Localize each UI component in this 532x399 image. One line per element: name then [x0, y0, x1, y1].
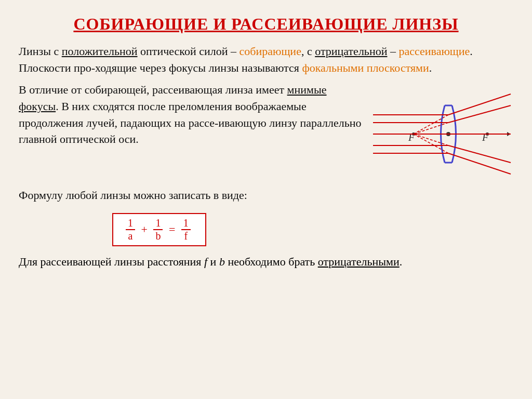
para4-dot: .	[400, 255, 403, 268]
formula-box: 1 a + 1 b = 1 f	[112, 213, 206, 246]
svg-line-22	[448, 153, 511, 174]
para1-text4: –	[387, 45, 398, 58]
para2-col: В отличие от собирающей, рассеивающая ли…	[19, 82, 363, 153]
para1-orange1: собирающие	[239, 45, 301, 58]
frac-2-num: 1	[153, 217, 163, 230]
slide-title: СОБИРАЮЩИЕ И РАССЕИВАЮЩИЕ ЛИНЗЫ	[19, 15, 513, 34]
frac-3: 1 f	[181, 217, 191, 242]
para1-orange3: фокальными плоскостями	[302, 61, 429, 74]
main-row: В отличие от собирающей, рассеивающая ли…	[19, 82, 513, 187]
paragraph-4: Для рассеивающей линзы расстояния f и b …	[19, 254, 513, 270]
para4-underline: отрицательными	[318, 255, 400, 268]
para1-underline2: отрицательной	[315, 45, 387, 58]
frac-1-den: a	[126, 230, 135, 242]
svg-line-18	[414, 134, 448, 145]
frac-3-den: f	[182, 230, 190, 242]
para1-underline1: положительной	[62, 45, 138, 58]
para1-text3: , с	[301, 45, 315, 58]
para3-text: Формулу любой линзы можно записать в вид…	[19, 189, 247, 202]
para2-text1: В отличие от собирающей, рассеивающая ли…	[19, 83, 287, 96]
frac-1-num: 1	[126, 217, 135, 230]
para1-text1: Линзы с	[19, 45, 62, 58]
frac-3-num: 1	[181, 217, 191, 230]
paragraph-3: Формулу любой линзы можно записать в вид…	[19, 187, 513, 204]
para2-text2: . В них сходятся после преломления вообр…	[19, 100, 361, 146]
para1-text2: оптической силой –	[138, 45, 240, 58]
paragraph-2: В отличие от собирающей, рассеивающая ли…	[19, 82, 363, 148]
para4-text1: Для рассеивающей линзы расстояния	[19, 255, 204, 268]
frac-1: 1 a	[126, 217, 135, 242]
eq-sign: =	[169, 223, 175, 236]
lens-diagram: F F	[368, 84, 513, 185]
para4-text3: необходимо брать	[225, 255, 318, 268]
frac-2-den: b	[153, 230, 163, 242]
svg-line-14	[448, 105, 511, 123]
para1-dot: .	[429, 61, 432, 74]
svg-line-13	[414, 123, 448, 134]
para4-text2: и	[207, 255, 219, 268]
para4-b: b	[219, 255, 225, 268]
para1-orange2: рассеивающие	[398, 45, 470, 58]
svg-line-19	[448, 145, 511, 163]
paragraph-1: Линзы с положительной оптической силой –…	[19, 43, 513, 76]
plus-sign: +	[141, 223, 148, 236]
slide: СОБИРАЮЩИЕ И РАССЕИВАЮЩИЕ ЛИНЗЫ Линзы с …	[0, 0, 532, 399]
svg-line-11	[448, 94, 511, 115]
frac-2: 1 b	[153, 217, 163, 242]
diagram-col: F F	[368, 84, 513, 187]
